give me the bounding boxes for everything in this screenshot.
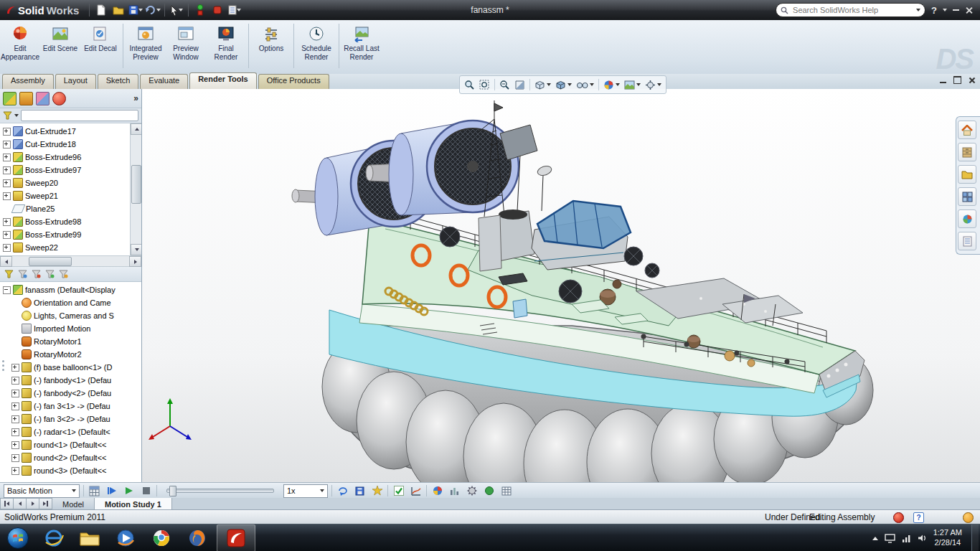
help-search-box[interactable] (776, 3, 925, 17)
expand-icon[interactable] (11, 415, 19, 423)
apply-scene-button[interactable] (623, 79, 642, 91)
appearance-dropdown[interactable] (616, 83, 620, 86)
display-manager-icon[interactable] (52, 92, 66, 105)
firefox-icon[interactable] (181, 525, 214, 551)
tree-item-fanbody1[interactable]: (-) fanbody<1> (Defau (0, 374, 141, 387)
zoom-fit-button[interactable] (463, 78, 476, 92)
render-options-button[interactable]: Options (251, 22, 291, 55)
view-settings-dropdown[interactable] (657, 83, 661, 86)
expand-icon[interactable] (3, 141, 11, 149)
tree-vertical-scrollbar[interactable] (130, 123, 141, 255)
filter-all-icon[interactable] (4, 270, 14, 279)
display-style-dropdown[interactable] (567, 83, 572, 86)
playback-mode-icon[interactable] (336, 484, 349, 498)
tree-item-sweep20[interactable]: Sweep20 (0, 176, 131, 189)
play-icon[interactable] (122, 484, 136, 498)
view-palette-tab[interactable] (958, 187, 976, 206)
search-scope-dropdown[interactable] (916, 9, 920, 11)
edit-decal-button[interactable]: Edit Decal (80, 22, 121, 55)
tree-item-boss-extrude99[interactable]: Boss-Extrude99 (0, 228, 131, 241)
motion-appearance-icon[interactable] (430, 484, 444, 498)
play-from-start-icon[interactable] (105, 484, 118, 498)
filter-annotations-icon[interactable] (59, 270, 68, 279)
tree-item-cut-extrude17[interactable]: Cut-Extrude17 (0, 125, 131, 138)
status-alert-icon[interactable] (893, 512, 904, 523)
animation-wizard-icon[interactable] (370, 484, 384, 498)
configuration-manager-icon[interactable] (36, 92, 50, 105)
media-player-icon[interactable] (109, 525, 142, 551)
calculate-check-icon[interactable] (392, 484, 405, 498)
show-desktop-button[interactable] (971, 524, 979, 551)
results-plots-icon[interactable] (409, 484, 423, 498)
chrome-icon[interactable] (145, 525, 178, 551)
filter-sketches-icon[interactable] (32, 270, 41, 279)
schedule-render-button[interactable]: Schedule Render (296, 22, 336, 63)
expand-icon[interactable] (3, 218, 11, 226)
model-tab[interactable]: Model (52, 498, 95, 509)
tray-volume-icon[interactable] (918, 534, 927, 542)
tab-assembly[interactable]: Assembly (2, 74, 54, 89)
tree-item-fanbody2[interactable]: (-) fanbody<2> (Defau (0, 387, 141, 400)
final-render-button[interactable]: Final Render (206, 22, 246, 63)
tab-sketch[interactable]: Sketch (98, 74, 139, 89)
expand-icon[interactable] (11, 454, 19, 462)
status-web-icon[interactable] (963, 512, 974, 523)
tree-item-fanassm-root[interactable]: fanassm (Default<Display (0, 283, 141, 296)
tree-item-cut-extrude18[interactable]: Cut-Extrude18 (0, 138, 131, 151)
scroll-down-button[interactable] (131, 244, 141, 255)
playback-speed-select[interactable]: 1x (283, 484, 328, 498)
save-button[interactable] (128, 2, 143, 18)
filter-input[interactable] (21, 110, 138, 121)
scroll-thumb[interactable] (29, 257, 72, 266)
gravity-icon[interactable] (482, 484, 496, 498)
filter-dropdown-arrow[interactable] (14, 114, 19, 117)
new-document-button[interactable] (93, 2, 109, 18)
show-hidden-icons-button[interactable] (872, 537, 878, 540)
filter-funnel-icon[interactable] (3, 111, 12, 121)
scroll-left-button[interactable] (0, 256, 12, 267)
motion-properties-icon[interactable] (499, 484, 513, 498)
hide-show-items-button[interactable] (575, 79, 595, 91)
previous-tab-button[interactable] (14, 498, 27, 509)
undo-button[interactable] (145, 2, 161, 18)
tree-item-round1[interactable]: round<1> (Default<< (0, 438, 141, 451)
tree-item-rotarymotor1[interactable]: RotaryMotor1 (0, 335, 141, 348)
start-button[interactable] (1, 525, 34, 551)
expand-icon[interactable] (3, 166, 11, 174)
last-tab-button[interactable] (39, 498, 52, 509)
scroll-up-button[interactable] (131, 123, 141, 135)
tree-item-base-balloon[interactable]: (f) base balloon<1> (D (0, 361, 141, 374)
open-document-button[interactable] (110, 2, 126, 18)
view-orientation-dropdown[interactable] (547, 83, 551, 86)
tree-item-sweep22[interactable]: Sweep22 (0, 241, 131, 254)
stop-icon[interactable] (139, 484, 153, 498)
appearances-scenes-tab[interactable] (958, 209, 976, 228)
close-button[interactable] (965, 6, 973, 14)
timeline-slider-thumb[interactable] (169, 486, 176, 496)
doc-minimize-button[interactable] (940, 82, 946, 83)
calculate-icon[interactable] (88, 484, 101, 498)
next-tab-button[interactable] (27, 498, 39, 509)
tree-item-sweep21[interactable]: Sweep21 (0, 189, 131, 202)
windows-explorer-icon[interactable] (73, 525, 106, 551)
expand-icon[interactable] (11, 428, 19, 436)
edit-appearance-view-button[interactable] (602, 78, 621, 92)
model-viewport[interactable] (141, 89, 980, 482)
integrated-preview-button[interactable]: Integrated Preview (126, 22, 166, 63)
rebuild-button[interactable] (192, 2, 208, 18)
expand-icon[interactable] (11, 441, 19, 449)
edit-scene-button[interactable]: Edit Scene (40, 22, 80, 55)
tree-item-fan3-1[interactable]: (-) fan 3<1> -> (Defau (0, 400, 141, 413)
tree-item-radar1[interactable]: (-) radar<1> (Default< (0, 425, 141, 438)
tab-office-products[interactable]: Office Products (258, 74, 329, 89)
help-dropdown-arrow[interactable] (943, 9, 947, 11)
tab-layout[interactable]: Layout (55, 74, 96, 89)
help-button[interactable]: ? (931, 5, 937, 16)
first-tab-button[interactable] (0, 498, 14, 509)
timeline-slider[interactable] (166, 489, 274, 493)
expand-icon[interactable] (3, 231, 11, 239)
filter-mates-icon[interactable] (45, 270, 55, 279)
save-dropdown-arrow[interactable] (138, 9, 143, 11)
taskbar-clock[interactable]: 1:27 AM 2/28/14 (933, 528, 965, 548)
tree-item-round3[interactable]: round<3> (Default<< (0, 464, 141, 477)
